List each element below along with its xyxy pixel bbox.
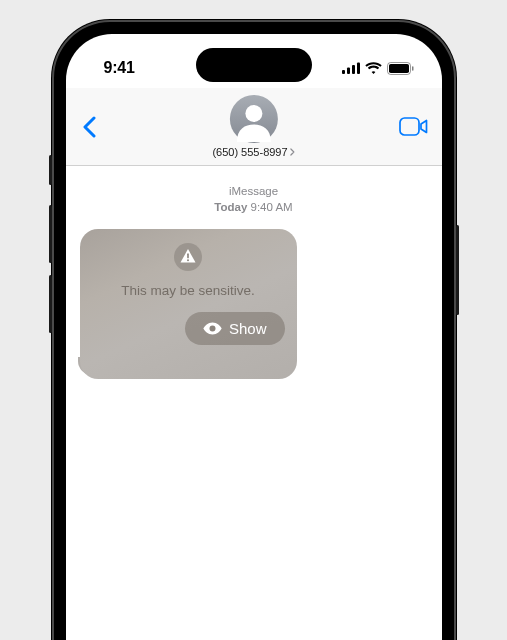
eye-icon [203, 322, 222, 335]
video-camera-icon [399, 117, 428, 136]
phone-screen: 9:41 [66, 34, 442, 640]
dynamic-island [196, 48, 312, 82]
svg-rect-10 [187, 253, 189, 258]
svg-rect-6 [412, 66, 414, 71]
phone-device-frame: 9:41 [52, 20, 456, 640]
svg-rect-1 [347, 68, 350, 75]
contact-avatar [229, 95, 277, 143]
facetime-button[interactable] [392, 117, 428, 136]
show-button-label: Show [229, 320, 267, 337]
battery-icon [387, 62, 414, 75]
messages-list: iMessage Today 9:40 AM This may be sensi… [66, 166, 442, 391]
contact-label: (650) 555-8997 [212, 146, 294, 158]
phone-volume-down [49, 275, 52, 333]
status-icons [342, 62, 414, 75]
chevron-left-icon [82, 116, 96, 138]
conversation-header: (650) 555-8997 [66, 88, 442, 166]
svg-point-12 [209, 326, 215, 332]
svg-rect-5 [389, 64, 409, 73]
status-time: 9:41 [104, 59, 135, 77]
back-button[interactable] [80, 116, 116, 138]
person-icon [230, 96, 276, 142]
phone-volume-up [49, 205, 52, 263]
phone-mute-switch [49, 155, 52, 185]
show-button[interactable]: Show [185, 312, 285, 345]
svg-rect-3 [357, 63, 360, 75]
warning-triangle-icon [174, 243, 202, 271]
contact-info[interactable]: (650) 555-8997 [212, 95, 294, 158]
svg-rect-8 [400, 118, 419, 135]
svg-point-7 [245, 105, 262, 122]
timestamp-text: Today 9:40 AM [80, 200, 428, 216]
sensitive-content-card: This may be sensitive. Show [80, 229, 297, 379]
svg-point-11 [187, 259, 189, 261]
svg-rect-2 [352, 65, 355, 74]
phone-power-button [456, 225, 459, 315]
wifi-icon [365, 62, 382, 74]
svg-rect-0 [342, 70, 345, 74]
chevron-right-icon [290, 148, 295, 156]
conversation-timestamp: iMessage Today 9:40 AM [80, 184, 428, 215]
imessage-label: iMessage [80, 184, 428, 200]
contact-name: (650) 555-8997 [212, 146, 287, 158]
sensitive-warning-text: This may be sensitive. [121, 283, 255, 298]
incoming-message-bubble: This may be sensitive. Show [80, 229, 297, 379]
cellular-signal-icon [342, 62, 360, 74]
